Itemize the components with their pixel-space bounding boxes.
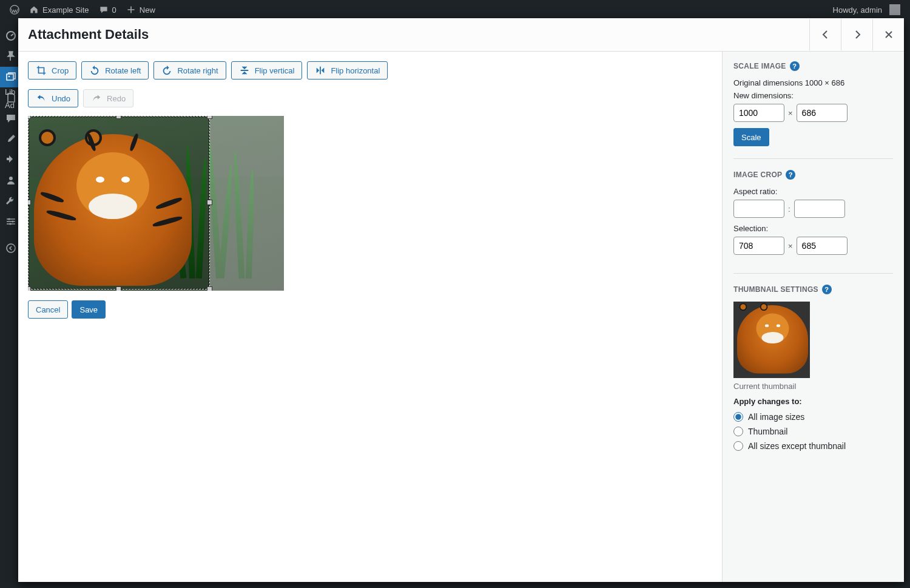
modal-title: Attachment Details bbox=[18, 18, 809, 19]
next-attachment-button[interactable] bbox=[841, 19, 872, 19]
comment-icon bbox=[99, 5, 109, 15]
home-icon bbox=[29, 5, 39, 15]
new-label: New bbox=[140, 5, 155, 15]
plus-icon bbox=[126, 5, 136, 15]
prev-attachment-button[interactable] bbox=[809, 19, 841, 19]
site-name-link[interactable]: Example Site bbox=[24, 0, 94, 19]
admin-bar: Example Site 0 New Howdy, admin bbox=[0, 0, 910, 19]
attachment-details-modal: Attachment Details Crop Rotate left Rota… bbox=[18, 18, 904, 19]
new-link[interactable]: New bbox=[121, 0, 160, 19]
wordpress-icon bbox=[10, 5, 19, 15]
comments-count: 0 bbox=[112, 5, 116, 15]
wp-logo-link[interactable] bbox=[5, 0, 24, 19]
avatar bbox=[889, 4, 900, 15]
site-name: Example Site bbox=[42, 5, 89, 15]
howdy-text: Howdy, admin bbox=[833, 5, 882, 15]
close-modal-button[interactable] bbox=[872, 19, 904, 19]
comments-link[interactable]: 0 bbox=[94, 0, 121, 19]
howdy-link[interactable]: Howdy, admin bbox=[828, 0, 905, 19]
